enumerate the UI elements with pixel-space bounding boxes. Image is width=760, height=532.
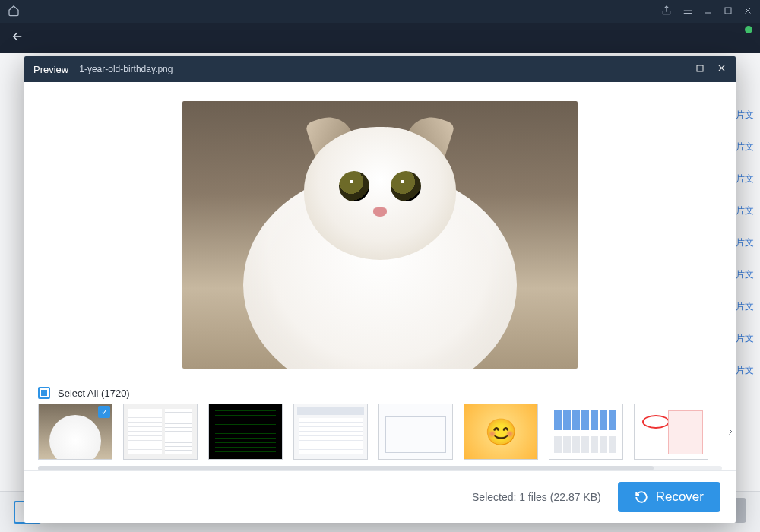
maximize-icon[interactable] (724, 6, 733, 17)
preview-image (182, 101, 578, 369)
share-icon[interactable] (661, 5, 672, 18)
status-dot-icon (745, 26, 752, 33)
preview-filename: 1-year-old-birthday.png (79, 64, 173, 74)
back-strip (0, 23, 760, 53)
thumbnail[interactable]: ✓ (38, 404, 112, 460)
close-icon[interactable] (743, 6, 752, 17)
preview-modal: Preview 1-year-old-birthday.png (24, 56, 736, 523)
recover-icon (635, 490, 648, 504)
preview-title: Preview (33, 64, 68, 75)
preview-close-icon[interactable] (717, 63, 727, 75)
preview-footer: Selected: 1 files (22.87 KB) Recover (24, 470, 736, 523)
thumbnail-strip: ✓ (38, 404, 722, 460)
svg-rect-0 (725, 8, 731, 14)
thumbnail[interactable] (208, 404, 283, 460)
minimize-icon[interactable] (704, 6, 713, 17)
thumbnail[interactable] (123, 404, 198, 460)
thumbnail[interactable] (634, 404, 708, 460)
bg-file-list: 片文片文片文片文片文片文片文片文片文 (736, 99, 757, 386)
select-all-checkbox[interactable] (38, 387, 50, 399)
thumb-scrollbar[interactable] (38, 466, 722, 470)
recover-button[interactable]: Recover (618, 482, 720, 512)
thumbnail[interactable] (464, 404, 538, 460)
selected-info: Selected: 1 files (22.87 KB) (472, 491, 601, 503)
preview-titlebar: Preview 1-year-old-birthday.png (24, 56, 736, 82)
home-icon[interactable] (8, 5, 20, 19)
back-icon[interactable] (11, 30, 24, 47)
thumbnail[interactable] (378, 404, 453, 460)
preview-maximize-icon[interactable] (695, 63, 705, 75)
thumbnail[interactable] (293, 404, 368, 460)
select-all-label: Select All (1720) (58, 388, 130, 399)
thumb-next-icon[interactable] (722, 419, 736, 445)
preview-main (24, 82, 736, 387)
app-titlebar (0, 0, 760, 23)
check-icon: ✓ (98, 406, 110, 418)
menu-icon[interactable] (682, 5, 693, 18)
svg-rect-1 (697, 65, 703, 71)
thumbnail[interactable] (549, 404, 623, 460)
